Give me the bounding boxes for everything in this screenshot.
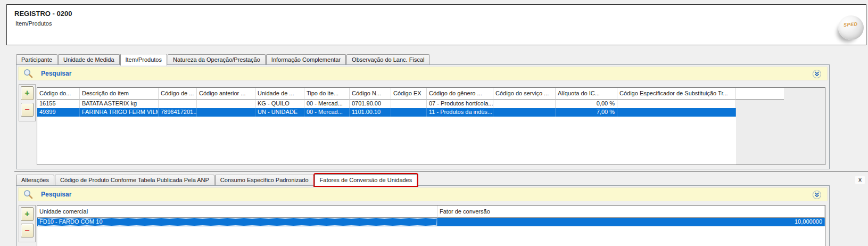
search-label: Pesquisar: [41, 70, 71, 77]
table-row-selected[interactable]: FD10 - FARDO COM 10 10,000000: [37, 218, 825, 226]
close-icon[interactable]: x: [855, 176, 865, 184]
cell[interactable]: 7,00 %: [556, 108, 617, 117]
remove-row-button[interactable]: −: [21, 224, 34, 237]
cell[interactable]: 07 - Produtos hortícola...: [427, 100, 493, 108]
column-header[interactable]: Código do gênero ...: [427, 88, 493, 100]
sped-logo-icon: SPED: [838, 15, 864, 40]
cell[interactable]: FD10 - FARDO COM 10: [37, 218, 437, 226]
tab-observacao-lanc-fiscal[interactable]: Observação do Lanc. Fiscal: [346, 54, 429, 65]
cell[interactable]: 11 - Produtos da indús...: [427, 108, 493, 117]
column-header-filler: [736, 88, 784, 100]
tab-participante[interactable]: Participante: [16, 54, 57, 65]
column-header[interactable]: Código EX: [391, 88, 427, 100]
tab-item-produtos[interactable]: Item/Produtos: [120, 54, 167, 65]
sped-logo-text: SPED: [844, 21, 858, 28]
search-icon: [23, 189, 34, 200]
cell[interactable]: 0,00 %: [556, 100, 617, 108]
column-header[interactable]: Código do...: [37, 88, 80, 100]
column-header[interactable]: Fator de conversão: [437, 206, 825, 218]
add-row-button[interactable]: +: [21, 86, 34, 100]
remove-row-button[interactable]: −: [21, 103, 34, 117]
column-header[interactable]: Unidade de ...: [255, 88, 304, 100]
tab-codigo-produto-anp[interactable]: Código de Produto Conforme Tabela Public…: [55, 175, 214, 185]
tab-natureza-operacao[interactable]: Natureza da Operação/Prestação: [168, 54, 266, 65]
column-header[interactable]: Código do serviço ...: [493, 88, 556, 100]
tab-fatores-conversao[interactable]: Fatores de Conversão de Unidades: [315, 174, 418, 186]
conversion-grid-header: Unidade comercial Fator de conversão: [37, 206, 825, 218]
cell[interactable]: [493, 108, 556, 117]
registro-0200-window: REGISTRO - 0200 Item/Produtos SPED Parti…: [0, 0, 868, 246]
column-header[interactable]: Alíquota do IC...: [556, 88, 617, 100]
items-panel: Pesquisar + − Código do... Descrição do …: [16, 64, 830, 169]
tab-alteracoes[interactable]: Alterações: [16, 175, 54, 185]
page-title: REGISTRO - 0200: [14, 10, 72, 18]
table-row[interactable]: 16155 BATATA ASTERIX kg KG - QUILO 00 - …: [37, 100, 825, 108]
cell[interactable]: [197, 100, 255, 108]
tab-consumo-especifico[interactable]: Consumo Específico Padronizado: [215, 175, 314, 185]
cell[interactable]: [197, 108, 255, 117]
cell[interactable]: FARINHA TRIGO FERM VILMA ...: [80, 108, 159, 117]
cell[interactable]: 1101.00.10: [350, 108, 391, 117]
tab-unidade-de-medida[interactable]: Unidade de Medida: [58, 54, 119, 65]
cell[interactable]: 7896417201...: [159, 108, 197, 117]
conversion-grid: Unidade comercial Fator de conversão FD1…: [37, 205, 825, 246]
search-label: Pesquisar: [41, 191, 71, 198]
collapse-chevron-icon[interactable]: [812, 69, 822, 79]
grid-empty-area: [37, 117, 736, 165]
add-row-button[interactable]: +: [21, 207, 34, 221]
cell[interactable]: KG - QUILO: [255, 100, 304, 108]
dock-separator: [14, 171, 868, 172]
cell[interactable]: 00 - Mercad...: [304, 100, 350, 108]
column-header[interactable]: Código de ...: [159, 88, 197, 100]
column-header[interactable]: Descrição do item: [80, 88, 159, 100]
cell[interactable]: 0701.90.00: [350, 100, 391, 108]
table-row-selected[interactable]: 49399 FARINHA TRIGO FERM VILMA ... 78964…: [37, 108, 825, 117]
grid-empty-area: [37, 226, 825, 246]
cell[interactable]: UN - UNIDADE: [255, 108, 304, 117]
cell[interactable]: BATATA ASTERIX kg: [80, 100, 159, 108]
collapse-chevron-icon[interactable]: [812, 190, 822, 200]
page-subtitle: Item/Produtos: [15, 20, 52, 27]
main-tabstrip: Participante Unidade de Medida Item/Prod…: [16, 53, 430, 65]
cell[interactable]: 49399: [37, 108, 80, 117]
cell[interactable]: [617, 100, 736, 108]
search-bar-top: Pesquisar: [18, 67, 828, 80]
cell[interactable]: [391, 108, 427, 117]
cell[interactable]: [617, 108, 736, 117]
row-action-buttons-bottom: + −: [19, 205, 36, 242]
search-bar-bottom: Pesquisar: [18, 187, 828, 201]
column-header[interactable]: Código anterior ...: [197, 88, 255, 100]
cell[interactable]: 16155: [37, 100, 80, 108]
cell[interactable]: 10,000000: [437, 218, 825, 226]
tab-informacao-complementar[interactable]: Informação Complementar: [266, 54, 346, 65]
cell[interactable]: [159, 100, 197, 108]
cell[interactable]: [493, 100, 556, 108]
column-header[interactable]: Código Especificador de Substituição Tr.…: [617, 88, 736, 100]
search-icon: [23, 68, 34, 79]
cell[interactable]: 00 - Mercad...: [304, 108, 350, 117]
column-header[interactable]: Unidade comercial: [37, 206, 437, 218]
column-header[interactable]: Código N...: [350, 88, 391, 100]
conversion-panel: Pesquisar + − Unidade comercial Fator de…: [16, 185, 830, 246]
registro-header: REGISTRO - 0200 Item/Produtos SPED: [6, 4, 866, 45]
items-grid-header: Código do... Descrição do item Código de…: [37, 88, 825, 100]
row-action-buttons-top: + −: [19, 84, 36, 121]
cell[interactable]: [391, 100, 427, 108]
items-grid: Código do... Descrição do item Código de…: [37, 87, 825, 165]
column-header[interactable]: Tipo do ite...: [304, 88, 350, 100]
detail-tabstrip: Alterações Código de Produto Conforme Ta…: [16, 174, 418, 185]
